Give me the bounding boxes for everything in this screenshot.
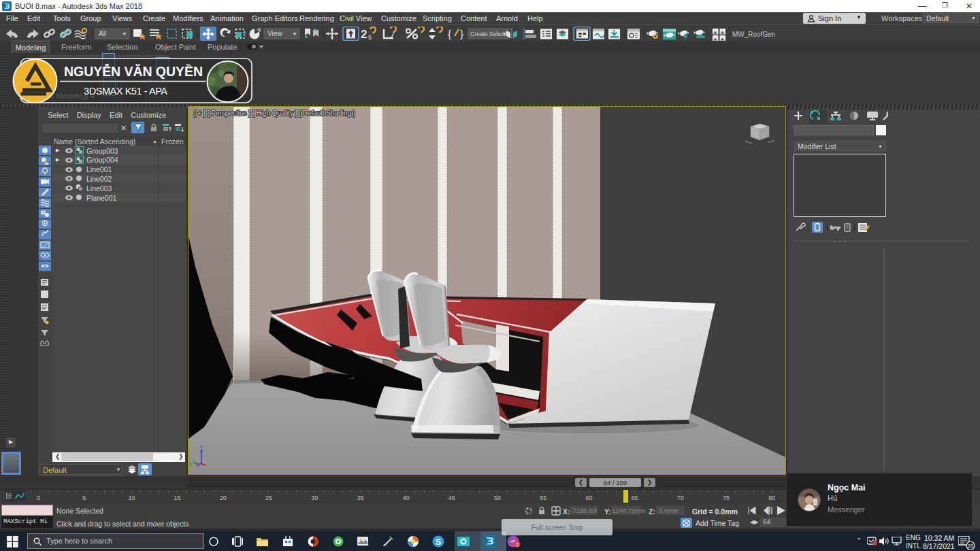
svg-text:View: View xyxy=(267,30,282,37)
svg-text:x: x xyxy=(197,463,199,469)
svg-text:3DSMAX K51 - APA: 3DSMAX K51 - APA xyxy=(84,86,167,97)
svg-text:y: y xyxy=(189,461,192,467)
svg-text:S: S xyxy=(436,537,441,547)
svg-text:{: { xyxy=(448,28,451,39)
svg-text:NGUYỄN VĂN QUYỀN: NGUYỄN VĂN QUYỀN xyxy=(64,64,203,79)
svg-text:z: z xyxy=(200,444,203,450)
svg-text:}: } xyxy=(460,28,463,39)
svg-text:All: All xyxy=(99,30,106,37)
svg-text:2: 2 xyxy=(516,541,519,548)
svg-text:2: 2 xyxy=(361,28,367,41)
svg-text:20: 20 xyxy=(968,543,974,549)
svg-text:5: 5 xyxy=(368,34,372,41)
